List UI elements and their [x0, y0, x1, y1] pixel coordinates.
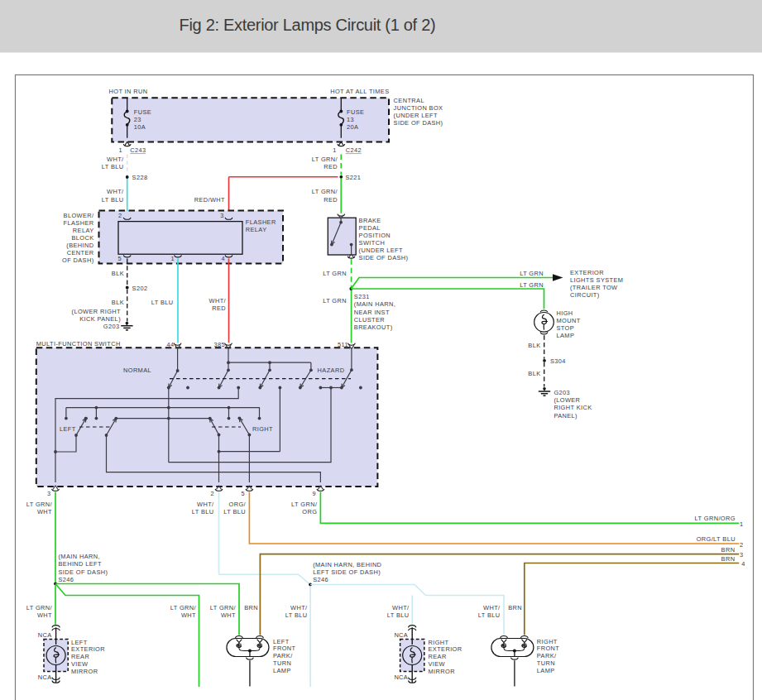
svg-text:FRONT: FRONT	[537, 645, 560, 652]
svg-text:FLASHER: FLASHER	[246, 218, 276, 226]
svg-text:RED: RED	[323, 196, 338, 204]
svg-text:TURN: TURN	[273, 659, 291, 667]
svg-text:44: 44	[167, 341, 175, 348]
svg-text:RIGHT: RIGHT	[537, 638, 558, 645]
svg-text:SIDE OF DASH): SIDE OF DASH)	[394, 119, 443, 127]
svg-text:LT BLU: LT BLU	[192, 508, 214, 515]
svg-text:WHT/: WHT/	[290, 604, 308, 611]
svg-text:FLASHER: FLASHER	[64, 219, 94, 227]
svg-text:PARK/: PARK/	[273, 652, 293, 659]
svg-text:LT GRN/: LT GRN/	[26, 501, 53, 508]
svg-text:TURN: TURN	[537, 659, 555, 667]
svg-text:LT BLU: LT BLU	[223, 508, 246, 515]
svg-text:LT GRN/: LT GRN/	[312, 188, 338, 195]
svg-text:RELAY: RELAY	[246, 226, 267, 233]
svg-text:BEHIND LEFT: BEHIND LEFT	[59, 560, 103, 568]
svg-text:4: 4	[221, 255, 225, 262]
svg-text:SIDE OF DASH): SIDE OF DASH)	[359, 254, 409, 261]
svg-text:BRN: BRN	[721, 555, 736, 563]
svg-text:LEFT: LEFT	[60, 425, 76, 433]
svg-text:5: 5	[241, 490, 245, 497]
svg-text:S304: S304	[550, 357, 566, 365]
svg-text:20A: 20A	[347, 123, 358, 131]
svg-text:MULTI-FUNCTION SWITCH: MULTI-FUNCTION SWITCH	[36, 340, 121, 348]
svg-text:BREAKOUT): BREAKOUT)	[354, 324, 393, 331]
svg-text:SWITCH: SWITCH	[359, 239, 386, 247]
svg-text:10A: 10A	[134, 123, 146, 131]
svg-text:9: 9	[312, 490, 316, 497]
svg-text:KICK PANEL): KICK PANEL)	[79, 315, 121, 323]
svg-text:LAMP: LAMP	[537, 667, 555, 674]
svg-text:BLK: BLK	[112, 270, 124, 277]
svg-text:MOUNT: MOUNT	[557, 317, 581, 324]
svg-text:RELAY: RELAY	[73, 227, 94, 234]
svg-text:SIDE OF DASH): SIDE OF DASH)	[59, 568, 108, 576]
svg-text:PEDAL: PEDAL	[359, 224, 381, 232]
svg-text:NCA: NCA	[394, 631, 408, 639]
svg-text:LT GRN/: LT GRN/	[291, 501, 318, 508]
svg-text:(MAIN HARN,: (MAIN HARN,	[354, 300, 395, 308]
svg-text:LIGHTS SYSTEM: LIGHTS SYSTEM	[570, 276, 623, 284]
svg-text:13: 13	[347, 116, 354, 123]
svg-text:S231: S231	[354, 293, 370, 300]
svg-text:VIEW: VIEW	[429, 660, 446, 668]
svg-text:BRAKE: BRAKE	[359, 217, 381, 224]
svg-text:LT BLU: LT BLU	[151, 299, 174, 306]
svg-text:FUSE: FUSE	[134, 108, 151, 116]
svg-text:ORG/LT BLU: ORG/LT BLU	[697, 535, 736, 543]
svg-text:G203: G203	[103, 323, 120, 330]
svg-text:23: 23	[134, 116, 141, 123]
svg-text:RED/WHT: RED/WHT	[194, 196, 225, 204]
svg-text:G203: G203	[554, 389, 570, 396]
svg-text:1: 1	[740, 520, 744, 528]
svg-text:(LOWER RIGHT: (LOWER RIGHT	[72, 308, 121, 315]
svg-text:LT GRN: LT GRN	[323, 297, 347, 304]
svg-text:LT GRN/: LT GRN/	[26, 604, 53, 611]
svg-text:LT GRN: LT GRN	[520, 270, 544, 277]
svg-text:CENTRAL: CENTRAL	[394, 97, 424, 104]
svg-text:OF DASH): OF DASH)	[62, 257, 94, 264]
svg-text:CENTER: CENTER	[67, 249, 94, 257]
svg-text:LT BLU: LT BLU	[285, 611, 308, 619]
svg-text:C243: C243	[130, 146, 146, 154]
svg-text:HOT IN RUN: HOT IN RUN	[109, 88, 148, 95]
svg-text:ORG/: ORG/	[229, 501, 247, 508]
svg-text:C242: C242	[346, 146, 362, 154]
svg-text:S246: S246	[59, 576, 74, 583]
svg-text:WHT/: WHT/	[392, 604, 410, 611]
svg-text:BLK: BLK	[528, 370, 540, 377]
svg-text:LT GRN/: LT GRN/	[312, 156, 338, 163]
svg-text:LT GRN: LT GRN	[520, 281, 544, 289]
svg-text:3: 3	[47, 490, 51, 497]
svg-text:2: 2	[210, 490, 214, 497]
svg-text:STOP: STOP	[557, 324, 575, 332]
svg-text:LEFT SIDE OF DASH): LEFT SIDE OF DASH)	[313, 568, 381, 576]
svg-text:RIGHT KICK: RIGHT KICK	[554, 404, 592, 411]
svg-text:WHT: WHT	[221, 611, 236, 619]
svg-text:WHT/: WHT/	[197, 501, 214, 508]
svg-text:1: 1	[333, 146, 337, 154]
svg-text:(BEHIND: (BEHIND	[66, 242, 93, 249]
svg-text:WHT: WHT	[181, 611, 196, 619]
svg-text:3: 3	[220, 212, 224, 219]
svg-text:BLK: BLK	[528, 342, 540, 349]
svg-text:CIRCUIT): CIRCUIT)	[570, 291, 600, 299]
svg-text:LT BLU: LT BLU	[387, 611, 410, 619]
svg-text:HAZARD: HAZARD	[318, 367, 345, 374]
svg-text:PANEL): PANEL)	[554, 412, 577, 420]
svg-text:WHT/: WHT/	[107, 156, 124, 163]
svg-text:WHT/: WHT/	[209, 297, 227, 304]
svg-text:S202: S202	[132, 285, 148, 292]
svg-text:EXTERIOR: EXTERIOR	[429, 645, 462, 653]
svg-text:RED: RED	[212, 304, 226, 312]
svg-text:WHT: WHT	[37, 508, 52, 515]
svg-text:(MAIN HARN,: (MAIN HARN,	[59, 553, 100, 560]
svg-text:NCA: NCA	[38, 631, 52, 639]
svg-text:BRN: BRN	[244, 604, 258, 611]
svg-text:LT BLU: LT BLU	[102, 196, 124, 204]
svg-text:POSITION: POSITION	[359, 232, 391, 239]
svg-text:LT GRN/ORG: LT GRN/ORG	[695, 515, 736, 522]
svg-text:FUSE: FUSE	[347, 108, 364, 116]
svg-text:RED: RED	[323, 163, 338, 170]
svg-text:RIGHT: RIGHT	[252, 425, 273, 433]
